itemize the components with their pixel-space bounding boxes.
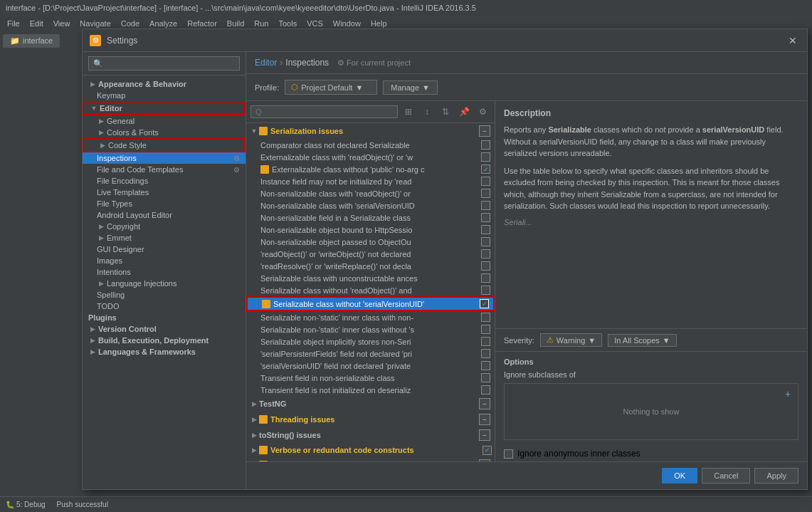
inspection-item[interactable]: Externalizable class with 'readObject()'… bbox=[246, 151, 495, 163]
inspection-item[interactable]: Externalizable class without 'public' no… bbox=[246, 163, 495, 175]
status-debug[interactable]: 🐛 5: Debug bbox=[6, 501, 46, 508]
ignore-anon-checkbox[interactable] bbox=[504, 449, 513, 459]
item-checkbox[interactable] bbox=[481, 349, 490, 358]
sidebar-item-language-injections[interactable]: ▶ Language Injections bbox=[83, 278, 246, 289]
sidebar-item-colors-fonts[interactable]: ▶ Colors & Fonts bbox=[83, 127, 246, 138]
severity-dropdown[interactable]: ⚠ Warning ▼ bbox=[540, 333, 602, 347]
sidebar-item-code-style[interactable]: ▶ Code Style bbox=[83, 138, 246, 152]
group-tostring[interactable]: ▶ toString() issues − bbox=[246, 427, 495, 443]
inspection-item[interactable]: Non-serializable object bound to HttpSes… bbox=[246, 224, 495, 236]
menu-file[interactable]: File bbox=[3, 18, 24, 29]
item-checkbox[interactable] bbox=[481, 286, 490, 295]
breadcrumb-editor[interactable]: Editor bbox=[255, 58, 277, 68]
sidebar-item-todo[interactable]: TODO bbox=[83, 301, 246, 312]
sidebar-item-file-code-templates[interactable]: File and Code Templates ⚙ bbox=[83, 164, 246, 175]
inspection-item[interactable]: Non-serializable field in a Serializable… bbox=[246, 211, 495, 224]
expand-icon-btn[interactable]: ⇅ bbox=[438, 104, 453, 120]
menu-edit[interactable]: Edit bbox=[26, 18, 48, 29]
minus-button[interactable]: − bbox=[479, 429, 490, 441]
group-verbose[interactable]: ▶ Verbose or redundant code constructs ✓ bbox=[246, 443, 495, 457]
filter-icon-btn[interactable]: ⊞ bbox=[401, 104, 416, 120]
item-checkbox[interactable] bbox=[481, 237, 490, 246]
sidebar-item-gui-designer[interactable]: GUI Designer bbox=[83, 244, 246, 255]
add-button[interactable]: + bbox=[781, 387, 795, 401]
inspection-item[interactable]: 'serialPersistentFields' field not decla… bbox=[246, 348, 495, 360]
inspection-item[interactable]: Serializable non-'static' inner class wi… bbox=[246, 323, 495, 335]
sidebar-item-build-execution[interactable]: ▶ Build, Execution, Deployment bbox=[83, 335, 246, 346]
sort-icon-btn[interactable]: ↕ bbox=[419, 104, 435, 120]
sidebar-item-live-templates[interactable]: Live Templates bbox=[83, 187, 246, 198]
sidebar-item-editor[interactable]: ▼ Editor bbox=[83, 101, 246, 115]
item-checkbox[interactable] bbox=[481, 201, 490, 210]
item-checkbox[interactable] bbox=[481, 373, 490, 382]
inspection-item[interactable]: Non-serializable class with 'serialVersi… bbox=[246, 199, 495, 211]
item-checkbox[interactable] bbox=[481, 261, 490, 271]
ok-button[interactable]: OK bbox=[662, 468, 697, 484]
inspection-item[interactable]: Serializable class with unconstructable … bbox=[246, 272, 495, 284]
inspection-item[interactable]: Serializable class without 'readObject()… bbox=[246, 284, 495, 296]
sidebar-item-inspections[interactable]: Inspections ⚙ bbox=[83, 152, 246, 164]
sidebar-item-images[interactable]: Images bbox=[83, 255, 246, 266]
group-serialization[interactable]: ▼ Serialization issues − bbox=[246, 123, 495, 139]
sidebar-item-android-layout[interactable]: Android Layout Editor bbox=[83, 209, 246, 221]
sidebar-item-copyright[interactable]: ▶ Copyright bbox=[83, 221, 246, 232]
item-checkbox[interactable]: ✓ bbox=[480, 299, 489, 308]
tab-interface[interactable]: 📁 interface bbox=[3, 34, 60, 48]
minus-button[interactable]: − bbox=[479, 125, 490, 137]
sidebar-search-input[interactable] bbox=[88, 56, 240, 70]
item-checkbox[interactable] bbox=[481, 361, 490, 370]
inspection-search-input[interactable] bbox=[251, 105, 398, 118]
settings-icon-btn[interactable]: ⚙ bbox=[475, 104, 490, 120]
sidebar-item-file-types[interactable]: File Types bbox=[83, 198, 246, 209]
item-checkbox[interactable] bbox=[481, 313, 490, 322]
inspection-item[interactable]: Transient field is not initialized on de… bbox=[246, 384, 495, 396]
item-checkbox[interactable] bbox=[481, 337, 490, 346]
item-checkbox[interactable] bbox=[481, 225, 490, 234]
inspection-item[interactable]: Transient field in non-serializable clas… bbox=[246, 372, 495, 384]
item-checkbox[interactable] bbox=[481, 213, 490, 222]
inspection-item[interactable]: Instance field may not be initialized by… bbox=[246, 175, 495, 187]
inspection-item-serial-version-uid[interactable]: Serializable class without 'serialVersio… bbox=[246, 296, 495, 311]
manage-button[interactable]: Manage ▼ bbox=[383, 80, 438, 95]
sidebar-item-label: Code Style bbox=[108, 141, 238, 150]
group-testng[interactable]: ▶ TestNG − bbox=[246, 396, 495, 412]
sidebar-item-general[interactable]: ▶ General bbox=[83, 115, 246, 127]
pin-icon-btn[interactable]: 📌 bbox=[456, 104, 472, 120]
inspection-item[interactable]: 'readResolve()' or 'writeReplace()' not … bbox=[246, 260, 495, 272]
item-checkbox[interactable]: ✓ bbox=[483, 446, 492, 455]
item-checkbox[interactable] bbox=[481, 249, 490, 258]
minus-button[interactable]: − bbox=[479, 414, 490, 425]
item-checkbox[interactable] bbox=[481, 385, 490, 395]
sidebar-item-file-encodings[interactable]: File Encodings bbox=[83, 175, 246, 187]
group-threading[interactable]: ▶ Threading issues − bbox=[246, 412, 495, 427]
minus-button[interactable]: − bbox=[479, 398, 490, 409]
scope-dropdown[interactable]: In All Scopes ▼ bbox=[608, 334, 676, 347]
sidebar-item-version-control[interactable]: ▶ Version Control bbox=[83, 323, 246, 335]
item-checkbox[interactable] bbox=[481, 189, 490, 198]
sidebar-item-spelling[interactable]: Spelling bbox=[83, 289, 246, 301]
sidebar-item-intentions[interactable]: Intentions bbox=[83, 266, 246, 278]
item-checkbox[interactable] bbox=[481, 140, 490, 150]
item-checkbox[interactable] bbox=[481, 273, 490, 283]
inspection-item[interactable]: 'serialVersionUID' field not declared 'p… bbox=[246, 360, 495, 372]
sidebar-item-keymap[interactable]: Keymap bbox=[83, 90, 246, 101]
sidebar-item-emmet[interactable]: ▶ Emmet bbox=[83, 232, 246, 244]
item-checkbox[interactable] bbox=[481, 177, 490, 186]
menu-view[interactable]: View bbox=[49, 18, 75, 29]
profile-dropdown[interactable]: ⬡ Project Default ▼ bbox=[285, 80, 377, 95]
inspection-item[interactable]: Serializable non-'static' inner class wi… bbox=[246, 311, 495, 323]
inspection-item[interactable]: 'readObject()' or 'writeObject()' not de… bbox=[246, 248, 495, 260]
item-checkbox[interactable] bbox=[481, 325, 490, 334]
apply-button[interactable]: Apply bbox=[754, 468, 798, 484]
sidebar-item-plugins[interactable]: Plugins bbox=[83, 312, 246, 323]
cancel-button[interactable]: Cancel bbox=[702, 468, 750, 484]
item-checkbox[interactable]: ✓ bbox=[481, 164, 490, 174]
dialog-close-button[interactable]: ✕ bbox=[786, 33, 800, 48]
inspection-item[interactable]: Serializable object implicitly stores no… bbox=[246, 335, 495, 348]
inspection-item[interactable]: Comparator class not declared Serializab… bbox=[246, 139, 495, 151]
item-checkbox[interactable] bbox=[481, 152, 490, 162]
sidebar-item-languages-frameworks[interactable]: ▶ Languages & Frameworks bbox=[83, 346, 246, 357]
sidebar-item-appearance[interactable]: ▶ Appearance & Behavior bbox=[83, 78, 246, 90]
inspection-item[interactable]: Non-serializable object passed to Object… bbox=[246, 236, 495, 248]
inspection-item[interactable]: Non-serializable class with 'readObject(… bbox=[246, 187, 495, 199]
